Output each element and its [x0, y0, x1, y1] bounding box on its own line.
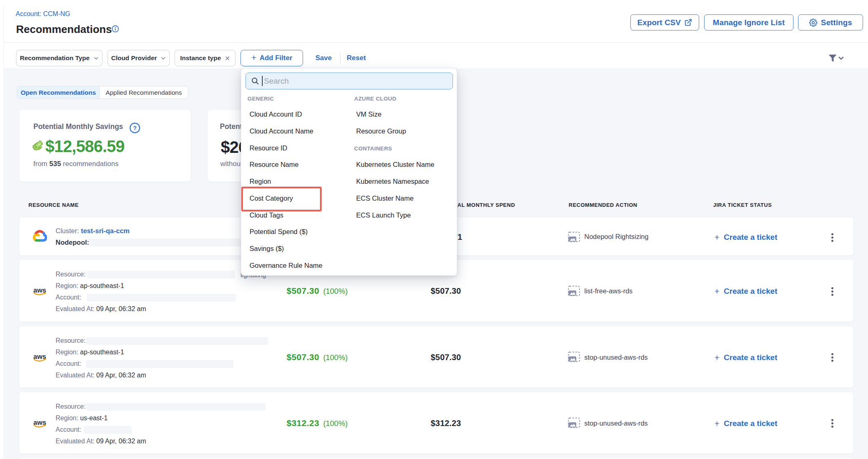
svg-text:?: ? — [133, 125, 137, 131]
svg-text:aws: aws — [33, 353, 46, 360]
svg-text:aws: aws — [33, 286, 46, 294]
svg-text:aws: aws — [33, 419, 46, 426]
